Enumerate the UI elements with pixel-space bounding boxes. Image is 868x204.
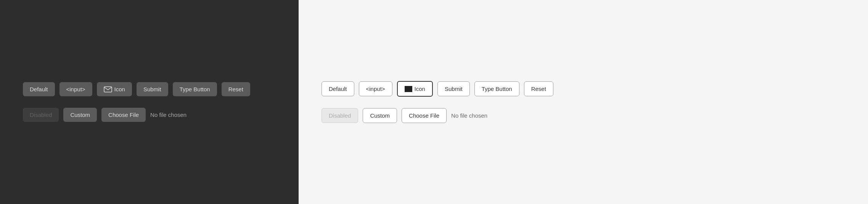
light-submit-button[interactable]: Submit — [437, 81, 470, 96]
dark-custom-button[interactable]: Custom — [63, 108, 97, 122]
light-submit-label: Submit — [445, 86, 463, 92]
light-input-label: <input> — [366, 86, 385, 92]
dark-icon-button[interactable]: Icon — [97, 82, 132, 96]
light-choose-file-button[interactable]: Choose File — [402, 108, 447, 123]
dark-panel: Default <input> Icon Submit Type Button … — [0, 0, 299, 204]
dark-reset-button[interactable]: Reset — [222, 82, 250, 96]
light-input-button[interactable]: <input> — [359, 81, 392, 96]
light-choose-file-label: Choose File — [409, 112, 439, 119]
svg-rect-0 — [104, 87, 112, 92]
light-row-2: Disabled Custom Choose File No file chos… — [321, 108, 845, 123]
light-custom-label: Custom — [370, 112, 390, 119]
light-disabled-button: Disabled — [321, 108, 358, 123]
light-row-1: Default <input> Icon Submit Type Button … — [321, 81, 845, 97]
dark-no-file-text: No file chosen — [150, 112, 186, 118]
dark-type-button-label: Type Button — [180, 86, 210, 92]
light-default-button[interactable]: Default — [321, 81, 354, 96]
dark-submit-button[interactable]: Submit — [137, 82, 168, 96]
light-icon-label: Icon — [415, 86, 425, 92]
dark-input-label: <input> — [66, 86, 85, 92]
mail-icon — [104, 86, 112, 92]
light-no-file-text: No file chosen — [451, 112, 487, 119]
light-type-button-button[interactable]: Type Button — [474, 81, 519, 96]
dark-row-2: Disabled Custom Choose File No file chos… — [23, 108, 276, 122]
dark-disabled-label: Disabled — [30, 112, 52, 118]
light-default-label: Default — [329, 86, 347, 92]
dark-default-button[interactable]: Default — [23, 82, 55, 96]
dark-custom-label: Custom — [70, 112, 90, 118]
dark-submit-label: Submit — [143, 86, 161, 92]
light-type-button-label: Type Button — [482, 86, 512, 92]
dark-row-1: Default <input> Icon Submit Type Button … — [23, 82, 276, 96]
light-reset-label: Reset — [531, 86, 546, 92]
dark-input-button[interactable]: <input> — [59, 82, 92, 96]
dark-choose-file-button[interactable]: Choose File — [101, 108, 146, 122]
light-custom-button[interactable]: Custom — [363, 108, 397, 123]
dark-disabled-button: Disabled — [23, 108, 59, 122]
dark-type-button-button[interactable]: Type Button — [173, 82, 217, 96]
dark-default-label: Default — [30, 86, 48, 92]
black-square-icon — [405, 86, 412, 92]
light-icon-button[interactable]: Icon — [397, 81, 433, 97]
light-panel: Default <input> Icon Submit Type Button … — [299, 0, 868, 204]
dark-choose-file-label: Choose File — [108, 112, 139, 118]
light-disabled-label: Disabled — [329, 112, 351, 119]
light-reset-button[interactable]: Reset — [524, 81, 553, 96]
dark-reset-label: Reset — [228, 86, 243, 92]
dark-icon-label: Icon — [114, 86, 125, 92]
